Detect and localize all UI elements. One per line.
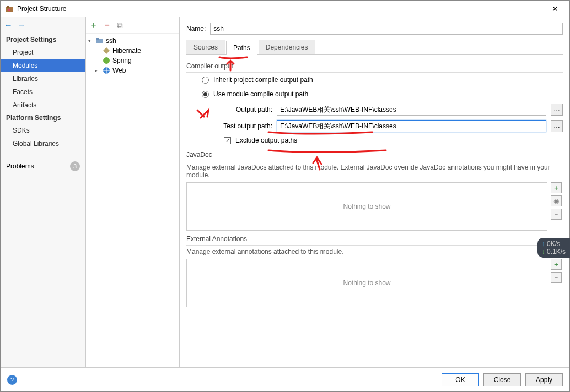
- footer: ? OK Close Apply: [1, 367, 569, 391]
- folder-icon: [96, 37, 104, 45]
- tree-label: Web: [112, 67, 126, 74]
- nav-item-project[interactable]: Project: [1, 46, 85, 59]
- tree-row-hibernate[interactable]: Hibernate: [86, 46, 179, 56]
- ok-button[interactable]: OK: [442, 373, 479, 386]
- tab-sources[interactable]: Sources: [186, 40, 225, 54]
- nav-item-facets[interactable]: Facets: [1, 85, 85, 99]
- svg-marker-5: [103, 47, 110, 54]
- web-icon: [103, 67, 110, 74]
- radio-checked-icon[interactable]: [202, 91, 209, 98]
- tree-label: ssh: [106, 37, 116, 45]
- expand-icon[interactable]: ▸: [95, 68, 100, 73]
- module-tree-pane: ＋ － ⧉ ▾ ssh Hibernate Spring: [86, 17, 180, 367]
- nav-item-sdks[interactable]: SDKs: [1, 124, 85, 137]
- output-path-input[interactable]: [277, 104, 546, 116]
- remove-icon[interactable]: －: [103, 20, 111, 30]
- globe-icon[interactable]: ◉: [551, 195, 562, 206]
- main-panel: Name: Sources Paths Dependencies Compile…: [180, 17, 569, 367]
- output-path-row: Output path: …: [186, 101, 563, 118]
- svg-rect-3: [96, 39, 103, 43]
- name-label: Name:: [186, 25, 206, 32]
- tab-dependencies[interactable]: Dependencies: [259, 40, 315, 54]
- nav-item-modules[interactable]: Modules: [1, 59, 85, 72]
- problems-badge: 3: [70, 161, 80, 171]
- apply-button[interactable]: Apply: [525, 373, 563, 386]
- name-input[interactable]: [210, 23, 563, 35]
- javadoc-list[interactable]: Nothing to show: [186, 182, 547, 231]
- nav-item-global-libraries[interactable]: Global Libraries: [1, 137, 85, 150]
- body: ← → Project Settings Project Modules Lib…: [1, 17, 569, 367]
- output-path-label: Output path:: [213, 106, 272, 113]
- tabs: Sources Paths Dependencies: [186, 40, 563, 55]
- problems-label: Problems: [6, 162, 34, 170]
- tree-label: Hibernate: [112, 47, 141, 55]
- test-output-path-label: Test output path:: [213, 122, 272, 130]
- forward-icon[interactable]: →: [17, 20, 26, 30]
- upload-speed: 0K/s: [542, 240, 566, 248]
- empty-text: Nothing to show: [343, 203, 390, 210]
- use-module-label: Use module compile output path: [213, 90, 308, 98]
- ext-anno-list[interactable]: Nothing to show: [186, 259, 547, 307]
- tree-row-spring[interactable]: Spring: [86, 56, 179, 66]
- radio-unchecked-icon[interactable]: [202, 77, 209, 84]
- javadoc-heading: JavaDoc: [186, 149, 563, 161]
- left-nav: ← → Project Settings Project Modules Lib…: [1, 17, 86, 367]
- svg-point-6: [103, 57, 110, 64]
- nav-item-artifacts[interactable]: Artifacts: [1, 99, 85, 112]
- remove-icon[interactable]: －: [551, 209, 562, 220]
- expand-icon[interactable]: ▾: [88, 38, 94, 43]
- exclude-row[interactable]: ✓ Exclude output paths: [186, 134, 563, 146]
- tree-label: Spring: [112, 57, 132, 64]
- hibernate-icon: [103, 47, 110, 55]
- tree-row-root[interactable]: ▾ ssh: [86, 36, 179, 46]
- add-icon[interactable]: ＋: [89, 20, 98, 30]
- svg-point-2: [8, 8, 11, 11]
- test-output-path-input[interactable]: [277, 120, 546, 132]
- nav-toolbar: ← →: [1, 17, 85, 34]
- browse-button[interactable]: …: [551, 104, 563, 116]
- project-structure-window: Project Structure ✕ ← → Project Settings…: [0, 0, 570, 392]
- inherit-radio-row[interactable]: Inherit project compile output path: [186, 73, 563, 87]
- back-icon[interactable]: ←: [4, 20, 13, 30]
- ext-anno-heading: External Annotations: [186, 233, 563, 246]
- add-icon[interactable]: ＋: [551, 259, 562, 270]
- compiler-output-heading: Compiler output: [186, 60, 563, 73]
- add-icon[interactable]: ＋: [551, 182, 562, 193]
- network-speed-overlay: 0K/s 0.1K/s: [537, 238, 570, 258]
- close-button[interactable]: Close: [483, 373, 521, 386]
- javadoc-desc: Manage external JavaDocs attached to thi…: [186, 161, 563, 182]
- tree-row-web[interactable]: ▸ Web: [86, 66, 179, 75]
- download-speed: 0.1K/s: [542, 248, 566, 255]
- help-icon[interactable]: ?: [7, 375, 17, 385]
- exclude-label: Exclude output paths: [235, 137, 297, 144]
- svg-rect-4: [96, 38, 99, 40]
- module-tree: ▾ ssh Hibernate Spring ▸: [86, 34, 179, 78]
- inherit-label: Inherit project compile output path: [213, 76, 313, 84]
- svg-rect-1: [7, 6, 9, 8]
- copy-icon[interactable]: ⧉: [117, 20, 123, 30]
- app-icon: [5, 4, 14, 13]
- nav-item-libraries[interactable]: Libraries: [1, 72, 85, 85]
- ext-anno-desc: Manage external annotations attached to …: [186, 246, 563, 259]
- checkbox-checked-icon[interactable]: ✓: [224, 137, 231, 144]
- use-module-radio-row[interactable]: Use module compile output path: [186, 87, 563, 101]
- close-icon[interactable]: ✕: [545, 4, 565, 13]
- nav-item-problems[interactable]: Problems 3: [1, 158, 85, 175]
- titlebar: Project Structure ✕: [1, 1, 569, 17]
- spring-icon: [103, 57, 110, 64]
- window-title: Project Structure: [17, 5, 66, 13]
- empty-text: Nothing to show: [343, 279, 390, 287]
- project-settings-heading: Project Settings: [1, 34, 85, 46]
- browse-button[interactable]: …: [551, 120, 563, 132]
- test-output-path-row: Test output path: …: [186, 118, 563, 134]
- remove-icon[interactable]: －: [551, 272, 562, 283]
- tab-paths[interactable]: Paths: [226, 41, 257, 55]
- tree-toolbar: ＋ － ⧉: [86, 17, 179, 34]
- content-scroll[interactable]: Compiler output Inherit project compile …: [180, 58, 569, 367]
- name-row: Name:: [186, 23, 563, 35]
- platform-settings-heading: Platform Settings: [1, 112, 85, 124]
